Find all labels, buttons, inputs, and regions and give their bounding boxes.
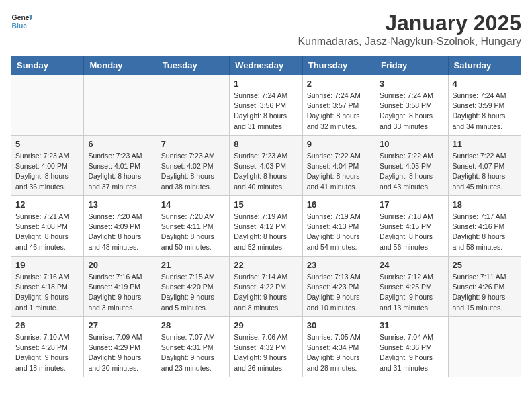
weekday-header: Monday [84,56,157,75]
day-number: 9 [307,139,371,149]
day-number: 28 [161,320,225,330]
day-number: 4 [453,79,517,89]
day-number: 19 [15,260,79,270]
day-number: 23 [307,260,371,270]
weekday-header: Friday [375,56,448,75]
day-detail: Sunrise: 7:20 AM Sunset: 4:09 PM Dayligh… [88,212,152,253]
day-number: 2 [307,79,371,89]
day-number: 18 [453,199,517,210]
calendar-cell: 14Sunrise: 7:20 AM Sunset: 4:11 PM Dayli… [157,196,229,257]
day-detail: Sunrise: 7:10 AM Sunset: 4:28 PM Dayligh… [15,332,79,373]
location-title: Kunmadaras, Jasz-Nagykun-Szolnok, Hungar… [298,36,521,48]
calendar-cell: 12Sunrise: 7:21 AM Sunset: 4:08 PM Dayli… [11,196,84,257]
calendar-cell: 3Sunrise: 7:24 AM Sunset: 3:58 PM Daylig… [375,75,448,136]
calendar-cell: 2Sunrise: 7:24 AM Sunset: 3:57 PM Daylig… [302,75,375,136]
day-detail: Sunrise: 7:19 AM Sunset: 4:12 PM Dayligh… [234,212,298,253]
day-number: 7 [161,139,225,149]
day-detail: Sunrise: 7:23 AM Sunset: 4:03 PM Dayligh… [234,151,298,192]
day-detail: Sunrise: 7:19 AM Sunset: 4:13 PM Dayligh… [307,212,371,253]
calendar-cell: 10Sunrise: 7:22 AM Sunset: 4:05 PM Dayli… [375,136,448,196]
calendar-cell: 9Sunrise: 7:22 AM Sunset: 4:04 PM Daylig… [302,136,375,196]
day-number: 14 [161,199,225,210]
calendar-cell: 18Sunrise: 7:17 AM Sunset: 4:16 PM Dayli… [448,196,521,257]
day-number: 30 [307,320,371,330]
logo: General Blue [11,11,32,32]
calendar-cell: 4Sunrise: 7:24 AM Sunset: 3:59 PM Daylig… [448,75,521,136]
day-detail: Sunrise: 7:24 AM Sunset: 3:57 PM Dayligh… [307,91,371,132]
calendar-cell: 19Sunrise: 7:16 AM Sunset: 4:18 PM Dayli… [11,257,84,317]
month-title: January 2025 [298,11,521,36]
day-number: 29 [234,320,298,330]
day-number: 6 [88,139,152,149]
day-number: 3 [380,79,443,89]
day-number: 8 [234,139,298,149]
day-detail: Sunrise: 7:16 AM Sunset: 4:18 PM Dayligh… [15,272,79,313]
day-number: 5 [15,139,79,149]
day-detail: Sunrise: 7:11 AM Sunset: 4:26 PM Dayligh… [453,272,517,313]
weekday-header: Wednesday [230,56,302,75]
calendar-cell: 15Sunrise: 7:19 AM Sunset: 4:12 PM Dayli… [230,196,302,257]
calendar-cell: 20Sunrise: 7:16 AM Sunset: 4:19 PM Dayli… [84,257,157,317]
calendar-cell: 11Sunrise: 7:22 AM Sunset: 4:07 PM Dayli… [448,136,521,196]
calendar-cell: 29Sunrise: 7:06 AM Sunset: 4:32 PM Dayli… [230,317,302,377]
day-detail: Sunrise: 7:23 AM Sunset: 4:01 PM Dayligh… [88,151,152,192]
day-detail: Sunrise: 7:21 AM Sunset: 4:08 PM Dayligh… [15,212,79,253]
calendar-cell: 8Sunrise: 7:23 AM Sunset: 4:03 PM Daylig… [230,136,302,196]
weekday-header: Tuesday [157,56,229,75]
day-number: 22 [234,260,298,270]
day-detail: Sunrise: 7:23 AM Sunset: 4:00 PM Dayligh… [15,151,79,192]
day-detail: Sunrise: 7:24 AM Sunset: 3:58 PM Dayligh… [380,91,443,132]
day-number: 26 [15,320,79,330]
calendar-cell: 16Sunrise: 7:19 AM Sunset: 4:13 PM Dayli… [302,196,375,257]
day-number: 21 [161,260,225,270]
calendar-cell: 7Sunrise: 7:23 AM Sunset: 4:02 PM Daylig… [157,136,229,196]
day-detail: Sunrise: 7:07 AM Sunset: 4:31 PM Dayligh… [161,332,225,373]
day-number: 31 [380,320,443,330]
calendar-cell: 21Sunrise: 7:15 AM Sunset: 4:20 PM Dayli… [157,257,229,317]
day-number: 13 [88,199,152,210]
day-detail: Sunrise: 7:17 AM Sunset: 4:16 PM Dayligh… [453,212,517,253]
day-number: 17 [380,199,443,210]
day-number: 1 [234,79,298,89]
calendar-cell: 24Sunrise: 7:12 AM Sunset: 4:25 PM Dayli… [375,257,448,317]
weekday-header: Thursday [302,56,375,75]
day-detail: Sunrise: 7:22 AM Sunset: 4:07 PM Dayligh… [453,151,517,192]
day-number: 12 [15,199,79,210]
calendar-cell: 5Sunrise: 7:23 AM Sunset: 4:00 PM Daylig… [11,136,84,196]
calendar-cell: 17Sunrise: 7:18 AM Sunset: 4:15 PM Dayli… [375,196,448,257]
day-number: 25 [453,260,517,270]
weekday-header: Sunday [11,56,84,75]
day-detail: Sunrise: 7:15 AM Sunset: 4:20 PM Dayligh… [161,272,225,313]
calendar-cell [11,75,84,136]
day-detail: Sunrise: 7:18 AM Sunset: 4:15 PM Dayligh… [380,212,443,253]
day-number: 16 [307,199,371,210]
day-number: 11 [453,139,517,149]
calendar-cell: 28Sunrise: 7:07 AM Sunset: 4:31 PM Dayli… [157,317,229,377]
calendar-cell: 23Sunrise: 7:13 AM Sunset: 4:23 PM Dayli… [302,257,375,317]
calendar-cell: 31Sunrise: 7:04 AM Sunset: 4:36 PM Dayli… [375,317,448,377]
day-detail: Sunrise: 7:24 AM Sunset: 3:56 PM Dayligh… [234,91,298,132]
calendar-cell [157,75,229,136]
day-detail: Sunrise: 7:20 AM Sunset: 4:11 PM Dayligh… [161,212,225,253]
calendar-cell: 13Sunrise: 7:20 AM Sunset: 4:09 PM Dayli… [84,196,157,257]
day-detail: Sunrise: 7:16 AM Sunset: 4:19 PM Dayligh… [88,272,152,313]
calendar-cell: 22Sunrise: 7:14 AM Sunset: 4:22 PM Dayli… [230,257,302,317]
calendar-cell: 26Sunrise: 7:10 AM Sunset: 4:28 PM Dayli… [11,317,84,377]
day-detail: Sunrise: 7:06 AM Sunset: 4:32 PM Dayligh… [234,332,298,373]
weekday-header: Saturday [448,56,521,75]
day-detail: Sunrise: 7:22 AM Sunset: 4:04 PM Dayligh… [307,151,371,192]
calendar-cell: 6Sunrise: 7:23 AM Sunset: 4:01 PM Daylig… [84,136,157,196]
day-detail: Sunrise: 7:14 AM Sunset: 4:22 PM Dayligh… [234,272,298,313]
day-number: 15 [234,199,298,210]
day-detail: Sunrise: 7:04 AM Sunset: 4:36 PM Dayligh… [380,332,443,373]
calendar-cell: 30Sunrise: 7:05 AM Sunset: 4:34 PM Dayli… [302,317,375,377]
day-detail: Sunrise: 7:05 AM Sunset: 4:34 PM Dayligh… [307,332,371,373]
day-detail: Sunrise: 7:13 AM Sunset: 4:23 PM Dayligh… [307,272,371,313]
day-number: 20 [88,260,152,270]
svg-text:General: General [12,14,32,21]
day-number: 10 [380,139,443,149]
day-detail: Sunrise: 7:23 AM Sunset: 4:02 PM Dayligh… [161,151,225,192]
svg-text:Blue: Blue [12,22,28,30]
day-number: 27 [88,320,152,330]
calendar-cell [448,317,521,377]
